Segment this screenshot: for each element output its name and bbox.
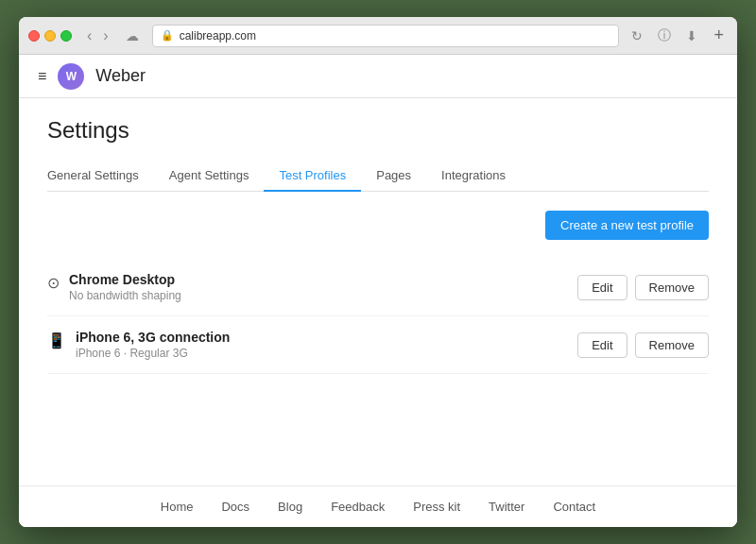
cloud-button[interactable]: ☁ [120,26,145,45]
browser-window: ‹ › ☁ 🔒 calibreapp.com ↻ ⓘ ⬇ + ≡ W Weber… [19,17,737,527]
minimize-button[interactable] [44,30,56,42]
profile-name: iPhone 6, 3G connection [76,330,230,345]
footer: Home Docs Blog Feedback Press kit Twitte… [19,485,737,527]
footer-home-link[interactable]: Home [161,500,194,514]
tab-test-profiles[interactable]: Test Profiles [264,161,361,192]
profile-actions: Edit Remove [577,275,709,300]
footer-blog-link[interactable]: Blog [278,500,302,514]
tab-general-settings[interactable]: General Settings [47,161,154,192]
page-content: Settings General Settings Agent Settings… [19,98,737,485]
footer-contact-link[interactable]: Contact [553,500,595,514]
profile-info: Chrome Desktop No bandwidth shaping [69,272,181,302]
profile-actions: Edit Remove [577,332,709,358]
desktop-icon: ⊙ [47,274,60,292]
profile-detail: iPhone 6 · Regular 3G [76,347,230,360]
profile-name: Chrome Desktop [69,272,181,287]
mobile-icon: 📱 [47,332,66,349]
profile-item-chrome-desktop: ⊙ Chrome Desktop No bandwidth shaping Ed… [47,259,709,316]
tab-integrations[interactable]: Integrations [426,161,521,192]
edit-iphone-6-button[interactable]: Edit [577,332,627,358]
footer-docs-link[interactable]: Docs [221,500,249,514]
maximize-button[interactable] [60,30,72,42]
url-text: calibreapp.com [180,29,256,42]
toolbar-right: ↻ ⓘ ⬇ [627,26,702,46]
profiles-list: ⊙ Chrome Desktop No bandwidth shaping Ed… [47,259,709,374]
profile-info: iPhone 6, 3G connection iPhone 6 · Regul… [76,330,230,360]
footer-feedback-link[interactable]: Feedback [331,500,385,514]
back-button[interactable]: ‹ [83,26,95,46]
action-bar: Create a new test profile [47,211,709,240]
add-tab-button[interactable]: + [710,26,728,45]
create-test-profile-button[interactable]: Create a new test profile [545,211,709,240]
tab-agent-settings[interactable]: Agent Settings [154,161,265,192]
page-title: Settings [47,117,709,144]
tab-pages[interactable]: Pages [361,161,426,192]
edit-chrome-desktop-button[interactable]: Edit [577,275,627,300]
info-button[interactable]: ⓘ [653,26,676,46]
reload-button[interactable]: ↻ [627,26,647,45]
close-button[interactable] [28,30,40,42]
app-header: ≡ W Weber [19,55,737,98]
footer-twitter-link[interactable]: Twitter [489,500,524,514]
title-bar: ‹ › ☁ 🔒 calibreapp.com ↻ ⓘ ⬇ + [19,17,737,55]
profile-left: 📱 iPhone 6, 3G connection iPhone 6 · Reg… [47,330,230,360]
menu-icon[interactable]: ≡ [38,68,46,85]
remove-iphone-6-button[interactable]: Remove [635,332,709,358]
main-content: Settings General Settings Agent Settings… [19,98,737,527]
nav-buttons: ‹ › [83,26,112,46]
profile-left: ⊙ Chrome Desktop No bandwidth shaping [47,272,181,302]
lock-icon: 🔒 [161,29,174,42]
avatar: W [58,63,84,90]
download-button[interactable]: ⬇ [681,26,702,45]
forward-button[interactable]: › [99,26,112,46]
remove-chrome-desktop-button[interactable]: Remove [635,275,709,300]
footer-press-kit-link[interactable]: Press kit [413,500,460,514]
traffic-lights [28,30,72,42]
address-bar[interactable]: 🔒 calibreapp.com [152,25,620,47]
app-name: Weber [95,66,146,86]
profile-item-iphone-6: 📱 iPhone 6, 3G connection iPhone 6 · Reg… [47,316,709,374]
profile-detail: No bandwidth shaping [69,289,181,302]
tabs: General Settings Agent Settings Test Pro… [47,161,709,192]
